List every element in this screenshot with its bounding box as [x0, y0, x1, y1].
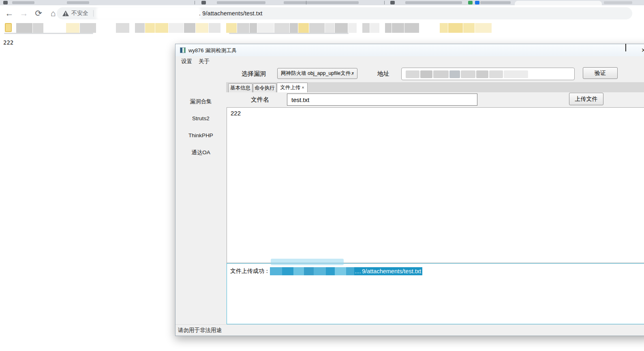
tab-separator [384, 1, 385, 4]
redacted-bookmark [392, 23, 404, 33]
menu-bar: 设置 关于 [175, 56, 644, 67]
redacted-bookmark [209, 23, 220, 33]
sidebar-item-struts2[interactable]: Struts2 [175, 114, 226, 123]
redacted-bookmark [274, 23, 289, 33]
filename-label: 文件名 [251, 96, 269, 104]
redacted-address-text [489, 70, 503, 78]
redacted-bookmark [135, 23, 145, 33]
redacted-tab-title [12, 1, 34, 4]
result-url-text: 9/attachements/test.txt [362, 268, 421, 274]
tab-close-icon[interactable]: × [302, 85, 304, 90]
forward-icon[interactable]: → [19, 8, 29, 19]
redacted-address-text [406, 70, 419, 78]
sidebar: 漏洞合集 Struts2 ThinkPHP 通达OA [175, 67, 226, 325]
menu-about[interactable]: 关于 [196, 56, 212, 67]
redacted-bookmark [196, 23, 208, 33]
redacted-result-host [282, 267, 293, 275]
redacted-bookmark [404, 23, 419, 33]
tab-favicon [201, 1, 206, 4]
sidebar-item-vuln-collection[interactable]: 漏洞合集 [175, 97, 226, 106]
redacted-bookmark [145, 23, 155, 33]
redacted-bookmark [169, 23, 184, 33]
redacted-bookmark [348, 23, 357, 33]
close-button[interactable]: ✕ [637, 44, 644, 56]
redacted-tab-title [480, 1, 511, 4]
redacted-bookmark [116, 23, 129, 33]
filename-input[interactable] [287, 94, 477, 106]
redacted-bookmark [184, 23, 195, 33]
file-content-textarea[interactable]: 222 [227, 107, 644, 263]
result-prefix: 文件上传成功： [230, 268, 270, 275]
redacted-bookmark [325, 23, 334, 33]
redacted-bookmark [290, 23, 298, 33]
redacted-host [98, 8, 199, 19]
redacted-bookmark [298, 23, 309, 33]
menu-settings[interactable]: 设置 [179, 56, 195, 67]
chevron-down-icon: ▼ [351, 68, 355, 79]
back-icon[interactable]: ← [4, 8, 15, 19]
redacted-tab-title [217, 1, 265, 4]
minimize-button[interactable] [599, 44, 613, 56]
app-icon [180, 47, 186, 53]
redacted-bookmark [309, 23, 325, 33]
security-label: 不安全 [71, 10, 88, 17]
active-tab [515, 1, 602, 5]
maximize-icon [625, 44, 626, 51]
redacted-bookmark [385, 23, 392, 33]
browser-page-content: 222 [3, 39, 13, 46]
redacted-bookmark [155, 23, 168, 33]
redacted-address-text [449, 70, 460, 78]
browser-tab-strip[interactable] [0, 0, 644, 5]
status-bar: 请勿用于非法用途 [175, 324, 644, 336]
verify-button[interactable]: 验证 [583, 67, 618, 79]
window-title: wy876 漏洞检测工具 [188, 47, 237, 54]
select-vuln-label: 选择漏洞 [242, 70, 266, 78]
result-ellipsis: .... [354, 268, 362, 274]
redacted-bookmark [362, 23, 370, 33]
sidebar-item-thinkphp[interactable]: ThinkPHP [175, 131, 226, 140]
redacted-bookmark [66, 23, 79, 33]
redacted-bookmark [237, 23, 249, 33]
redacted-result-host [304, 267, 314, 275]
target-address-input[interactable] [401, 68, 575, 80]
result-textarea[interactable]: 文件上传成功： .... 9/attachements/test.txt [227, 263, 644, 324]
redacted-result-host [314, 267, 326, 275]
redacted-address-text [461, 70, 475, 78]
vuln-dropdown[interactable]: 网神防火墙 obj_app_upfile文件.. ▼ [277, 68, 357, 79]
tab-favicon [3, 1, 8, 4]
warning-icon [62, 11, 69, 16]
window-titlebar[interactable]: wy876 漏洞检测工具 ✕ [175, 44, 644, 56]
app-window: wy876 漏洞检测工具 ✕ 设置 关于 漏洞合集 Struts2 ThinkP… [175, 44, 644, 336]
tab-file-upload[interactable]: 文件上传× [277, 83, 308, 92]
redacted-address-text [476, 70, 488, 78]
redacted-bookmark [335, 23, 348, 33]
redacted-result-host [346, 267, 354, 275]
status-text: 请勿用于非法用途 [178, 325, 222, 336]
tab-file-upload-label: 文件上传 [280, 85, 300, 90]
redaction-smear [229, 33, 349, 34]
redacted-bookmark [440, 23, 448, 33]
tab-band: 基本信息 命令执行 文件上传× [226, 82, 644, 92]
address-label: 地址 [377, 70, 389, 78]
browser-toolbar: ← → ⟳ ⌂ 不安全 . 9/attachements/test.txt [0, 5, 644, 21]
redacted-bookmark [463, 23, 475, 33]
bookmark-folder-icon[interactable] [5, 23, 12, 32]
redacted-tab-title [604, 1, 632, 4]
redacted-address-text [420, 70, 432, 78]
reload-icon[interactable]: ⟳ [33, 8, 44, 19]
redacted-bookmark [448, 23, 463, 33]
tab-separator [195, 1, 195, 4]
redacted-bookmark [80, 23, 96, 33]
tab-command-exec[interactable]: 命令执行 [253, 83, 276, 92]
maximize-button[interactable] [619, 44, 633, 56]
redacted-bookmark [226, 23, 237, 33]
redacted-address-text [433, 70, 449, 78]
redacted-tab-title [67, 1, 89, 4]
redacted-bookmark [370, 23, 379, 33]
tab-favicon [390, 1, 395, 4]
redacted-bookmark [475, 23, 492, 33]
sidebar-item-tongda-oa[interactable]: 通达OA [175, 148, 226, 157]
address-bar[interactable]: 不安全 . 9/attachements/test.txt [57, 7, 632, 19]
tab-basic-info[interactable]: 基本信息 [228, 83, 252, 92]
upload-file-button[interactable]: 上传文件 [569, 93, 603, 105]
